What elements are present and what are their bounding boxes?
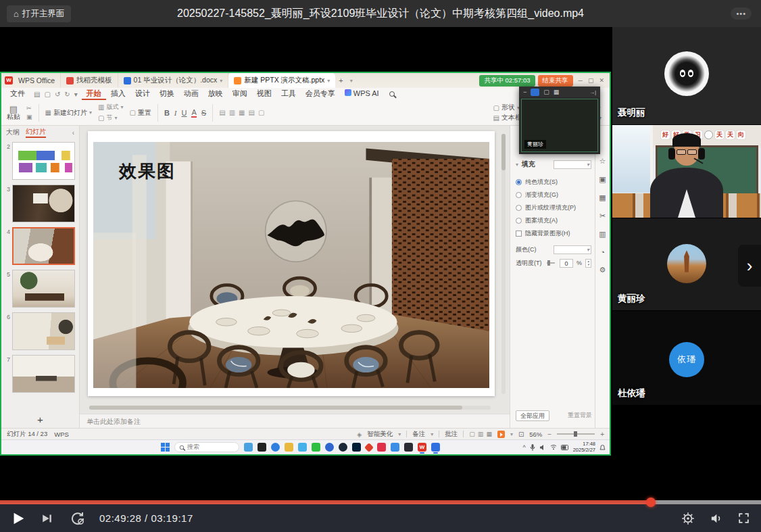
taskbar-browser-icon[interactable] [271, 443, 280, 452]
taskbar-wechat-icon[interactable] [312, 443, 320, 452]
tab-list-button[interactable]: ▾ [347, 78, 356, 84]
favorites-icon[interactable]: ☆ [599, 157, 606, 166]
tab-thesis-docx[interactable]: 01 毕业设计（论文）.docx ▾ [118, 73, 229, 88]
video-frame[interactable]: W WPS Office 找稻壳模板 01 毕业设计（论文）.docx ▾ 新建… [0, 27, 612, 500]
vertical-scrollbar[interactable] [501, 134, 506, 394]
taskbar-meeting-icon[interactable] [431, 443, 440, 452]
slideshow-button[interactable] [497, 431, 505, 438]
transparency-stepper[interactable]: ▴▾ [585, 259, 591, 268]
align-center-icon[interactable]: ▥ [229, 109, 235, 116]
reset-button[interactable]: ▢ 重置 [129, 108, 151, 118]
new-slide-button[interactable]: ▦ 新建幻灯片 ▾ [45, 108, 92, 118]
fullscreen-button[interactable] [737, 512, 750, 525]
zoom-slider[interactable] [557, 433, 595, 435]
radio-picture-fill[interactable] [516, 205, 522, 211]
ribbon-search-icon[interactable] [389, 91, 395, 97]
speaker-icon[interactable] [539, 444, 546, 451]
menu-tools[interactable]: 工具 [276, 88, 301, 100]
taskbar-ps-icon[interactable] [352, 443, 361, 452]
window-view-icon[interactable]: ▢ [543, 89, 549, 95]
zoom-in-button[interactable]: + [600, 431, 604, 438]
color-select[interactable]: ▾ [554, 245, 591, 254]
slide-thumb-2[interactable]: 2 [1, 142, 75, 180]
notes-placeholder[interactable]: 单击此处添加备注 [80, 414, 510, 428]
layout-button[interactable]: ▥ 版式 ▾ [98, 103, 123, 112]
mini-video-tile[interactable]: 黄丽珍 [521, 99, 598, 152]
taskbar-steam-icon[interactable] [339, 443, 347, 452]
section-collapse-icon[interactable]: ▾ [516, 162, 518, 168]
tray-expand-icon[interactable]: ^ [522, 444, 525, 451]
menu-file[interactable]: 文件 [5, 88, 30, 100]
menu-wps-ai[interactable]: WPS AI [340, 88, 384, 100]
taskbar-search[interactable]: 搜索 [174, 442, 239, 452]
cut-icon[interactable]: ✂ [26, 105, 32, 112]
zoom-percent[interactable]: 56% [529, 431, 542, 438]
horizontal-scrollbar[interactable] [89, 406, 491, 410]
italic-button[interactable]: I [174, 109, 177, 117]
info-icon[interactable]: ◔ [600, 248, 605, 256]
fill-preset-select[interactable]: ▾ [554, 160, 591, 169]
taskbar-clock[interactable]: 17:48 2025/2/27 [573, 441, 595, 453]
slide-thumb-6[interactable]: 6 [1, 312, 75, 350]
fit-slide-icon[interactable]: ⊡ [518, 431, 524, 438]
image-tool-icon[interactable]: ▦ [599, 193, 606, 202]
participant-tile-4[interactable]: 依璠 杜依璠 [612, 311, 761, 406]
slide-canvas[interactable]: 效果图 [88, 131, 495, 396]
slide-thumb-7[interactable]: 7 [1, 355, 75, 393]
align-left-icon[interactable]: ▤ [219, 109, 225, 116]
more-menu-button[interactable]: ••• [731, 7, 752, 20]
participant-tile-1[interactable]: 聂明丽 [612, 27, 761, 125]
undo-icon[interactable]: ↺ [55, 91, 60, 98]
reset-background-button[interactable]: 重置背景 [568, 411, 592, 420]
volume-button[interactable] [709, 512, 723, 525]
redo-icon[interactable]: ↻ [64, 91, 70, 98]
align-right-icon[interactable]: ▦ [239, 109, 245, 116]
slide-thumb-3[interactable]: 3 [1, 185, 75, 222]
copy-icon[interactable]: ▣ [26, 114, 32, 120]
slide-thumb-4-selected[interactable]: 4 [1, 227, 75, 265]
menu-slideshow[interactable]: 放映 [203, 88, 228, 100]
menu-animation[interactable]: 动画 [179, 88, 203, 100]
battery-icon[interactable] [561, 445, 569, 450]
taskbar-wps-icon[interactable]: W [418, 443, 426, 452]
smart-beautify-button[interactable]: 智能美化 [367, 430, 393, 439]
menu-insert[interactable]: 插入 [106, 88, 130, 100]
checkbox-hide-background[interactable] [516, 231, 522, 237]
dock-right-icon[interactable]: →| [589, 89, 596, 95]
taskbar-app-dark-icon[interactable] [404, 443, 413, 452]
close-icon[interactable]: ✕ [599, 77, 604, 84]
minimize-icon[interactable]: − [523, 89, 526, 95]
settings-icon[interactable]: ⚙ [599, 266, 606, 274]
menu-home[interactable]: 开始 [82, 88, 106, 100]
section-button[interactable]: ▢ 节 ▾ [98, 114, 123, 122]
participant-tile-3[interactable]: › 黄丽珍 [612, 218, 761, 311]
sharing-timer-badge[interactable]: 共享中 02:57:03 [479, 75, 535, 87]
play-button[interactable] [11, 510, 26, 527]
sorter-view-icon[interactable]: ▥ [478, 431, 484, 437]
tab-pptx-active[interactable]: 新建 PPTX 演示文稿.pptx ▾ [228, 73, 335, 88]
normal-view-icon[interactable]: ▢ [469, 431, 475, 437]
strikethrough-button[interactable]: S [201, 109, 206, 117]
columns-icon[interactable]: ▢ [258, 109, 264, 116]
layout-tool-icon[interactable]: ▥ [599, 230, 606, 239]
grid-view-icon[interactable]: ▦ [554, 89, 560, 95]
slide-thumb-5[interactable]: 5 [1, 270, 75, 308]
menu-design[interactable]: 设计 [130, 88, 155, 100]
save-icon[interactable]: ▤ [34, 91, 40, 98]
notification-icon[interactable] [599, 444, 606, 451]
zoom-out-button[interactable]: − [547, 431, 551, 438]
menu-review[interactable]: 审阅 [228, 88, 252, 100]
maximize-icon[interactable]: ▢ [588, 77, 594, 84]
menu-view[interactable]: 视图 [252, 88, 276, 100]
loop-mode-button[interactable] [70, 510, 86, 527]
bold-button[interactable]: B [164, 109, 170, 117]
apply-all-button[interactable]: 全部应用 [516, 410, 549, 421]
tab-slides[interactable]: 幻灯片 [26, 127, 46, 138]
open-main-button[interactable]: ⌂ 打开主界面 [7, 5, 71, 22]
notes-button[interactable]: 备注 [412, 430, 425, 439]
player-settings-button[interactable] [681, 512, 695, 525]
taskbar-files-icon[interactable] [285, 443, 293, 452]
meeting-mini-window[interactable]: − ▢ ▦ →| 黄丽珍 [519, 87, 600, 154]
wifi-icon[interactable] [550, 444, 557, 450]
transparency-slider[interactable] [547, 262, 555, 264]
